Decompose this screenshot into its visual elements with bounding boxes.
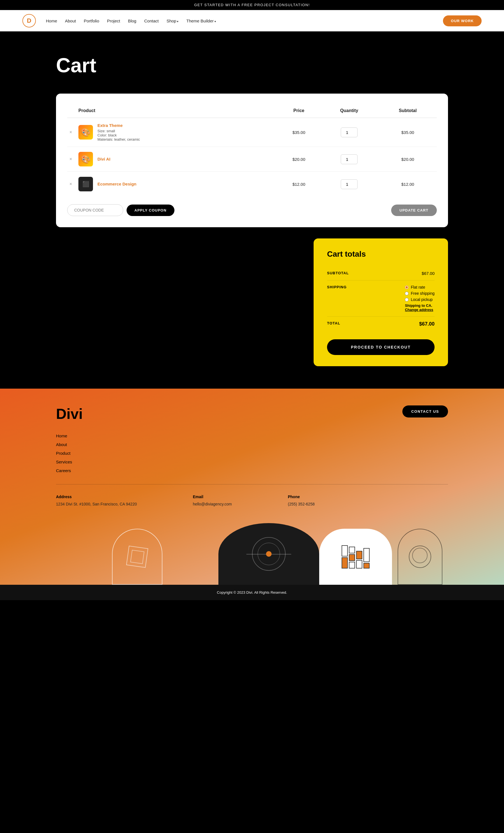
product-name-2[interactable]: Divi AI <box>97 157 110 161</box>
nav-home[interactable]: Home <box>46 19 57 23</box>
nav-portfolio[interactable]: Portfolio <box>84 19 99 23</box>
address-label: Address <box>56 495 137 499</box>
main-nav: Home About Portfolio Project Blog Contac… <box>46 19 216 23</box>
cart-totals-card: Cart totals SUBTOTAL $67.00 SHIPPING Fla… <box>313 238 448 366</box>
footer-email-col: Email hello@diviagency.com <box>193 495 232 506</box>
product-subtotal-1: $35.00 <box>379 118 437 147</box>
illustration-4 <box>392 529 448 585</box>
product-qty-cell-2 <box>320 147 379 172</box>
cart-table: Product Price Quantity Subtotal × 🎨 Extr… <box>67 105 437 196</box>
product-price-2: $20.00 <box>278 147 320 172</box>
subtotal-row: SUBTOTAL $67.00 <box>327 266 434 281</box>
header-left: D Home About Portfolio Project Blog Cont… <box>22 14 216 27</box>
phone-value: (255) 352-6258 <box>288 502 315 506</box>
shipping-radio-flat[interactable] <box>405 286 408 289</box>
footer-nav-product[interactable]: Product <box>56 451 448 456</box>
cart-totals-section: Cart totals SUBTOTAL $67.00 SHIPPING Fla… <box>0 238 504 389</box>
checkout-button[interactable]: PROCEED TO CHECKOUT <box>327 339 434 355</box>
shipping-radio-free[interactable] <box>405 292 408 295</box>
shipping-options: Flat rate Free shipping Local pickup Shi… <box>405 285 434 312</box>
product-price-3: $12.00 <box>278 172 320 197</box>
total-value: $67.00 <box>419 321 434 327</box>
footer-nav-about[interactable]: About <box>56 442 448 447</box>
footer-nav-home[interactable]: Home <box>56 433 448 438</box>
product-thumb-2: 🎨 <box>78 152 93 166</box>
footer-divider <box>56 484 448 484</box>
shipping-option-free-label: Free shipping <box>411 291 434 295</box>
shipping-option-flat[interactable]: Flat rate <box>405 285 434 289</box>
footer-nav: Home About Product Services Careers <box>56 433 448 473</box>
update-cart-button[interactable]: UPDATE CART <box>391 205 437 216</box>
remove-item-1-button[interactable]: × <box>67 128 74 136</box>
shipping-option-free[interactable]: Free shipping <box>405 291 434 295</box>
illustration-1 <box>56 529 219 585</box>
illustration-3 <box>319 529 392 585</box>
cart-card: Product Price Quantity Subtotal × 🎨 Extr… <box>56 94 448 227</box>
phone-label: Phone <box>288 495 315 499</box>
cart-totals-title: Cart totals <box>327 249 434 259</box>
table-row: × 🎨 Divi AI $20.00 $20.00 <box>67 147 437 172</box>
change-address-link[interactable]: Change address <box>405 308 433 312</box>
subtotal-value: $67.00 <box>422 271 434 276</box>
product-name-3[interactable]: Ecommerce Design <box>97 182 136 186</box>
banner-text: GET STARTED WITH A FREE PROJECT CONSULTA… <box>194 3 310 7</box>
product-qty-cell-1 <box>320 118 379 147</box>
col-header-subtotal: Subtotal <box>379 105 437 118</box>
product-price-1: $35.00 <box>278 118 320 147</box>
nav-about[interactable]: About <box>65 19 76 23</box>
col-header-quantity: Quantity <box>320 105 379 118</box>
logo[interactable]: D <box>22 14 36 27</box>
product-name-1[interactable]: Extra Theme <box>97 123 123 128</box>
email-value: hello@diviagency.com <box>193 502 232 506</box>
product-thumb-icon-1: 🎨 <box>81 128 91 137</box>
hero-section: Cart <box>0 31 504 94</box>
remove-item-3-button[interactable]: × <box>67 181 74 188</box>
product-thumb-icon-3: ⬛ <box>82 181 89 187</box>
product-qty-input-1[interactable] <box>341 127 357 137</box>
coupon-left: APPLY COUPON <box>67 204 174 216</box>
coupon-input[interactable] <box>67 204 123 216</box>
footer-nav-careers[interactable]: Careers <box>56 468 448 473</box>
product-cell-3: ⬛ Ecommerce Design <box>78 177 278 191</box>
product-cell-1: 🎨 Extra Theme Size: smallColor: blackMat… <box>78 123 278 142</box>
footer-top: Divi CONTACT US <box>56 405 448 422</box>
shipping-option-pickup[interactable]: Local pickup <box>405 297 434 302</box>
footer-nav-services[interactable]: Services <box>56 459 448 464</box>
nav-project[interactable]: Project <box>107 19 120 23</box>
product-info-1: Extra Theme Size: smallColor: blackMater… <box>97 123 140 142</box>
subtotal-label: SUBTOTAL <box>327 271 349 275</box>
product-thumb-icon-2: 🎨 <box>81 154 91 164</box>
shipping-to: Shipping to CA. Change address <box>405 304 434 312</box>
product-qty-input-3[interactable] <box>341 179 357 189</box>
illustration-2 <box>219 523 319 585</box>
top-banner: GET STARTED WITH A FREE PROJECT CONSULTA… <box>0 0 504 10</box>
total-label: TOTAL <box>327 321 340 325</box>
nav-blog[interactable]: Blog <box>128 19 136 23</box>
nav-contact[interactable]: Contact <box>144 19 159 23</box>
table-row: × 🎨 Extra Theme Size: smallColor: blackM… <box>67 118 437 147</box>
total-row: TOTAL $67.00 <box>327 317 434 331</box>
remove-item-2-button[interactable]: × <box>67 156 74 163</box>
our-work-button[interactable]: OUR WORK <box>443 16 482 26</box>
product-info-2: Divi AI <box>97 157 110 162</box>
footer-bottom: Copyright © 2023 Divi. All Rights Reserv… <box>0 585 504 600</box>
nav-theme-builder[interactable]: Theme Builder <box>186 19 216 23</box>
table-row: × ⬛ Ecommerce Design $12.00 $12.00 <box>67 172 437 197</box>
footer-address-col: Address 1234 Divi St. #1000, San Francis… <box>56 495 137 506</box>
address-value: 1234 Divi St. #1000, San Francisco, CA 9… <box>56 502 137 506</box>
product-cell-2: 🎨 Divi AI <box>78 152 278 166</box>
nav-shop[interactable]: Shop <box>167 19 179 23</box>
product-thumb-3: ⬛ <box>78 177 93 191</box>
product-qty-input-2[interactable] <box>341 154 357 164</box>
shipping-option-flat-label: Flat rate <box>411 285 425 289</box>
header: D Home About Portfolio Project Blog Cont… <box>0 10 504 31</box>
shipping-radio-pickup[interactable] <box>405 298 408 302</box>
apply-coupon-button[interactable]: APPLY COUPON <box>127 205 174 216</box>
shipping-row: SHIPPING Flat rate Free shipping Local p… <box>327 281 434 317</box>
product-subtotal-2: $20.00 <box>379 147 437 172</box>
col-header-product: Product <box>78 105 278 118</box>
product-meta-1: Size: smallColor: blackMaterials: leathe… <box>97 129 140 142</box>
footer-contact-row: Address 1234 Divi St. #1000, San Francis… <box>56 495 448 506</box>
shipping-option-pickup-label: Local pickup <box>411 297 433 302</box>
contact-us-button[interactable]: CONTACT US <box>402 405 448 418</box>
